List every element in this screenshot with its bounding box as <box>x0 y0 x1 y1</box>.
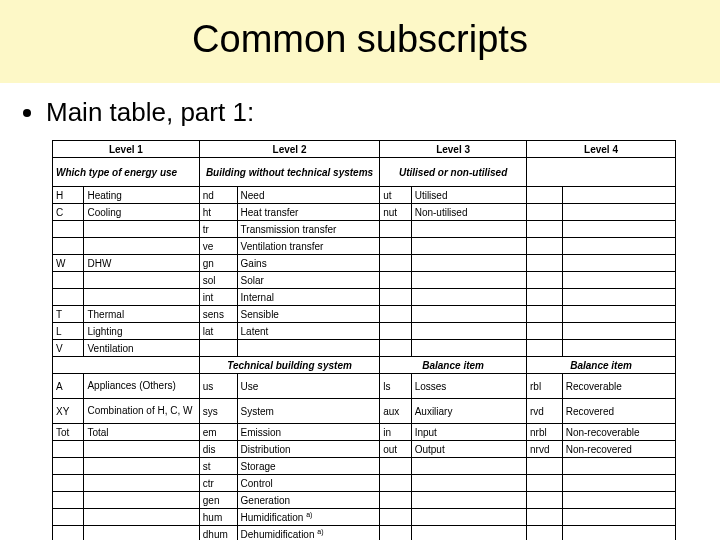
code-cell: ctr <box>199 475 237 492</box>
label-cell: DHW <box>84 255 199 272</box>
label-cell <box>562 509 675 526</box>
table-row: genGeneration <box>53 492 676 509</box>
code-cell: ht <box>199 204 237 221</box>
code-cell: rbl <box>527 374 563 399</box>
label-cell: Emission <box>237 424 380 441</box>
code-cell: W <box>53 255 84 272</box>
label-cell: Sensible <box>237 306 380 323</box>
label-cell <box>411 492 526 509</box>
code-cell: XY <box>53 399 84 424</box>
table-row: WDHWgnGains <box>53 255 676 272</box>
code-cell <box>53 238 84 255</box>
label-cell <box>411 255 526 272</box>
code-cell <box>53 272 84 289</box>
label-cell: Use <box>237 374 380 399</box>
label-cell: Heat transfer <box>237 204 380 221</box>
footnote-marker: a) <box>317 528 323 535</box>
label-cell <box>84 238 199 255</box>
label-cell: Internal <box>237 289 380 306</box>
label-cell: Dehumidification a) <box>237 526 380 541</box>
code-cell: ve <box>199 238 237 255</box>
label-cell: System <box>237 399 380 424</box>
label-cell <box>84 526 199 541</box>
label-cell: Humidification a) <box>237 509 380 526</box>
code-cell: nut <box>380 204 411 221</box>
label-cell: Transmission transfer <box>237 221 380 238</box>
label-cell: Cooling <box>84 204 199 221</box>
code-cell: st <box>199 458 237 475</box>
code-cell <box>380 526 411 541</box>
label-cell: Solar <box>237 272 380 289</box>
code-cell <box>380 272 411 289</box>
code-cell: nrbl <box>527 424 563 441</box>
code-cell <box>380 323 411 340</box>
table-head: Level 1 Level 2 Level 3 Level 4 <box>53 141 676 158</box>
header-level1: Level 1 <box>53 141 200 158</box>
section-cell: Utilised or non-utilised <box>380 158 527 187</box>
label-cell <box>562 340 675 357</box>
section-row: Technical building systemBalance itemBal… <box>53 357 676 374</box>
table-row: solSolar <box>53 272 676 289</box>
code-cell: ut <box>380 187 411 204</box>
label-cell: Need <box>237 187 380 204</box>
label-cell <box>411 221 526 238</box>
code-cell <box>527 221 563 238</box>
code-cell <box>380 221 411 238</box>
table-row: veVentilation transfer <box>53 238 676 255</box>
table-row: intInternal <box>53 289 676 306</box>
code-cell: tr <box>199 221 237 238</box>
code-cell: A <box>53 374 84 399</box>
code-cell <box>380 255 411 272</box>
code-cell: V <box>53 340 84 357</box>
section-row: Which type of energy useBuilding without… <box>53 158 676 187</box>
label-cell: Distribution <box>237 441 380 458</box>
section-cell: Balance item <box>380 357 527 374</box>
code-cell <box>527 323 563 340</box>
code-cell <box>527 204 563 221</box>
table-body: Which type of energy useBuilding without… <box>53 158 676 541</box>
label-cell: Ventilation transfer <box>237 238 380 255</box>
section-cell: Balance item <box>527 357 676 374</box>
code-cell <box>380 306 411 323</box>
code-cell: hum <box>199 509 237 526</box>
label-cell <box>411 475 526 492</box>
label-cell <box>84 458 199 475</box>
bullet-area: Main table, part 1: <box>0 83 720 136</box>
code-cell: sys <box>199 399 237 424</box>
code-cell: gn <box>199 255 237 272</box>
label-cell: Appliances (Others) <box>84 374 199 399</box>
header-level2: Level 2 <box>199 141 379 158</box>
table-row: stStorage <box>53 458 676 475</box>
label-cell <box>411 509 526 526</box>
label-cell <box>411 323 526 340</box>
label-cell <box>84 441 199 458</box>
code-cell: nd <box>199 187 237 204</box>
code-cell <box>53 492 84 509</box>
table-row: disDistributionoutOutputnrvdNon-recovere… <box>53 441 676 458</box>
code-cell <box>527 238 563 255</box>
label-cell <box>84 475 199 492</box>
label-cell <box>84 509 199 526</box>
label-cell: Non-recoverable <box>562 424 675 441</box>
label-cell <box>562 475 675 492</box>
code-cell <box>380 458 411 475</box>
code-cell: rvd <box>527 399 563 424</box>
code-cell <box>53 526 84 541</box>
code-cell <box>527 492 563 509</box>
code-cell: T <box>53 306 84 323</box>
label-cell <box>84 272 199 289</box>
code-cell: em <box>199 424 237 441</box>
section-cell <box>527 158 676 187</box>
label-cell <box>411 458 526 475</box>
code-cell <box>527 509 563 526</box>
label-cell: Thermal <box>84 306 199 323</box>
header-level3: Level 3 <box>380 141 527 158</box>
code-cell <box>527 187 563 204</box>
code-cell: gen <box>199 492 237 509</box>
code-cell <box>527 458 563 475</box>
label-cell: Combination of H, C, W <box>84 399 199 424</box>
label-cell <box>562 238 675 255</box>
label-cell <box>562 187 675 204</box>
code-cell <box>527 526 563 541</box>
code-cell: C <box>53 204 84 221</box>
